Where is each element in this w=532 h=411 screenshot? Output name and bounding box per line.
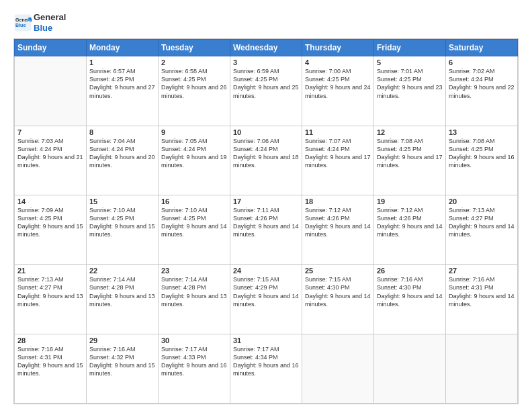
weekday-header-cell: Sunday	[15, 40, 87, 56]
day-info: Sunrise: 7:10 AMSunset: 4:25 PMDaylight:…	[89, 206, 155, 239]
calendar-cell: 18Sunrise: 7:12 AMSunset: 4:26 PMDayligh…	[302, 195, 374, 264]
day-number: 19	[377, 197, 443, 205]
day-info: Sunrise: 7:08 AMSunset: 4:25 PMDaylight:…	[377, 137, 443, 170]
day-number: 31	[233, 336, 299, 345]
day-info: Sunrise: 7:03 AMSunset: 4:24 PMDaylight:…	[17, 137, 83, 170]
day-info: Sunrise: 7:16 AMSunset: 4:30 PMDaylight:…	[377, 275, 443, 308]
day-info: Sunrise: 6:58 AMSunset: 4:25 PMDaylight:…	[161, 67, 227, 100]
day-number: 9	[161, 128, 227, 136]
day-number: 3	[233, 58, 299, 66]
weekday-header-cell: Friday	[374, 40, 446, 56]
calendar: SundayMondayTuesdayWednesdayThursdayFrid…	[13, 38, 519, 404]
day-number: 18	[305, 197, 371, 205]
calendar-row: 28Sunrise: 7:16 AMSunset: 4:31 PMDayligh…	[15, 334, 518, 403]
day-info: Sunrise: 7:17 AMSunset: 4:34 PMDaylight:…	[233, 345, 299, 378]
day-info: Sunrise: 7:17 AMSunset: 4:33 PMDaylight:…	[161, 345, 227, 378]
day-number: 17	[233, 197, 299, 205]
calendar-cell: 29Sunrise: 7:16 AMSunset: 4:32 PMDayligh…	[87, 334, 159, 403]
calendar-cell: 14Sunrise: 7:09 AMSunset: 4:25 PMDayligh…	[15, 195, 87, 264]
day-info: Sunrise: 7:04 AMSunset: 4:24 PMDaylight:…	[89, 137, 155, 170]
day-number: 12	[377, 128, 443, 136]
weekday-header-cell: Wednesday	[230, 40, 302, 56]
calendar-cell: 27Sunrise: 7:16 AMSunset: 4:31 PMDayligh…	[446, 265, 518, 334]
day-info: Sunrise: 7:13 AMSunset: 4:27 PMDaylight:…	[17, 275, 83, 308]
calendar-cell: 21Sunrise: 7:13 AMSunset: 4:27 PMDayligh…	[15, 265, 87, 334]
day-info: Sunrise: 7:12 AMSunset: 4:26 PMDaylight:…	[377, 206, 443, 239]
calendar-row: 14Sunrise: 7:09 AMSunset: 4:25 PMDayligh…	[15, 195, 518, 264]
day-number: 23	[161, 267, 227, 275]
day-number: 7	[17, 128, 83, 136]
calendar-cell: 19Sunrise: 7:12 AMSunset: 4:26 PMDayligh…	[374, 195, 446, 264]
day-info: Sunrise: 7:00 AMSunset: 4:25 PMDaylight:…	[305, 67, 371, 100]
calendar-cell: 8Sunrise: 7:04 AMSunset: 4:24 PMDaylight…	[87, 126, 159, 195]
calendar-cell: 25Sunrise: 7:15 AMSunset: 4:30 PMDayligh…	[302, 265, 374, 334]
logo-icon: General Blue	[13, 13, 32, 32]
calendar-cell: 6Sunrise: 7:02 AMSunset: 4:24 PMDaylight…	[446, 56, 518, 126]
calendar-row: 1Sunrise: 6:57 AMSunset: 4:25 PMDaylight…	[15, 56, 518, 126]
logo: General Blue General Blue	[13, 12, 66, 33]
header: General Blue General Blue	[13, 12, 519, 33]
calendar-cell: 23Sunrise: 7:14 AMSunset: 4:28 PMDayligh…	[159, 265, 230, 334]
day-info: Sunrise: 7:15 AMSunset: 4:30 PMDaylight:…	[305, 275, 371, 308]
day-number: 27	[449, 267, 515, 275]
day-number: 22	[89, 267, 155, 275]
day-number: 1	[89, 58, 155, 66]
calendar-cell: 30Sunrise: 7:17 AMSunset: 4:33 PMDayligh…	[159, 334, 230, 403]
day-info: Sunrise: 7:06 AMSunset: 4:24 PMDaylight:…	[233, 137, 299, 170]
day-number: 26	[377, 267, 443, 275]
calendar-cell: 20Sunrise: 7:13 AMSunset: 4:27 PMDayligh…	[446, 195, 518, 264]
day-info: Sunrise: 7:12 AMSunset: 4:26 PMDaylight:…	[305, 206, 371, 239]
calendar-cell: 1Sunrise: 6:57 AMSunset: 4:25 PMDaylight…	[87, 56, 159, 126]
day-number: 5	[377, 58, 443, 66]
calendar-row: 7Sunrise: 7:03 AMSunset: 4:24 PMDaylight…	[15, 126, 518, 195]
weekday-header-cell: Tuesday	[159, 40, 230, 56]
day-info: Sunrise: 7:10 AMSunset: 4:25 PMDaylight:…	[161, 206, 227, 239]
day-number: 14	[17, 197, 83, 205]
day-info: Sunrise: 7:13 AMSunset: 4:27 PMDaylight:…	[449, 206, 515, 239]
calendar-cell: 31Sunrise: 7:17 AMSunset: 4:34 PMDayligh…	[230, 334, 302, 403]
calendar-cell: 11Sunrise: 7:07 AMSunset: 4:24 PMDayligh…	[302, 126, 374, 195]
day-info: Sunrise: 7:16 AMSunset: 4:31 PMDaylight:…	[17, 345, 83, 378]
calendar-cell: 15Sunrise: 7:10 AMSunset: 4:25 PMDayligh…	[87, 195, 159, 264]
day-info: Sunrise: 7:15 AMSunset: 4:29 PMDaylight:…	[233, 275, 299, 308]
day-number: 21	[17, 267, 83, 275]
day-info: Sunrise: 7:14 AMSunset: 4:28 PMDaylight:…	[89, 275, 155, 308]
day-info: Sunrise: 7:16 AMSunset: 4:31 PMDaylight:…	[449, 275, 515, 308]
calendar-cell: 17Sunrise: 7:11 AMSunset: 4:26 PMDayligh…	[230, 195, 302, 264]
calendar-cell: 10Sunrise: 7:06 AMSunset: 4:24 PMDayligh…	[230, 126, 302, 195]
day-number: 10	[233, 128, 299, 136]
calendar-cell: 28Sunrise: 7:16 AMSunset: 4:31 PMDayligh…	[15, 334, 87, 403]
calendar-row: 21Sunrise: 7:13 AMSunset: 4:27 PMDayligh…	[15, 265, 518, 334]
weekday-header-cell: Saturday	[446, 40, 518, 56]
day-info: Sunrise: 6:59 AMSunset: 4:25 PMDaylight:…	[233, 67, 299, 100]
day-info: Sunrise: 7:08 AMSunset: 4:25 PMDaylight:…	[449, 137, 515, 170]
weekday-header-cell: Monday	[87, 40, 159, 56]
calendar-cell: 13Sunrise: 7:08 AMSunset: 4:25 PMDayligh…	[446, 126, 518, 195]
day-info: Sunrise: 7:14 AMSunset: 4:28 PMDaylight:…	[161, 275, 227, 308]
calendar-cell: 12Sunrise: 7:08 AMSunset: 4:25 PMDayligh…	[374, 126, 446, 195]
calendar-cell: 4Sunrise: 7:00 AMSunset: 4:25 PMDaylight…	[302, 56, 374, 126]
svg-text:Blue: Blue	[15, 23, 26, 28]
calendar-cell: 9Sunrise: 7:05 AMSunset: 4:24 PMDaylight…	[159, 126, 230, 195]
day-info: Sunrise: 7:02 AMSunset: 4:24 PMDaylight:…	[449, 67, 515, 100]
day-number: 2	[161, 58, 227, 66]
day-number: 28	[17, 336, 83, 345]
day-number: 13	[449, 128, 515, 136]
page: General Blue General Blue SundayMondayTu…	[0, 0, 532, 411]
day-number: 30	[161, 336, 227, 345]
day-number: 29	[89, 336, 155, 345]
calendar-cell	[446, 334, 518, 403]
day-info: Sunrise: 7:16 AMSunset: 4:32 PMDaylight:…	[89, 345, 155, 378]
weekday-header-row: SundayMondayTuesdayWednesdayThursdayFrid…	[15, 40, 518, 56]
calendar-cell: 22Sunrise: 7:14 AMSunset: 4:28 PMDayligh…	[87, 265, 159, 334]
calendar-cell	[374, 334, 446, 403]
day-number: 11	[305, 128, 371, 136]
calendar-cell	[302, 334, 374, 403]
day-info: Sunrise: 7:07 AMSunset: 4:24 PMDaylight:…	[305, 137, 371, 170]
day-number: 20	[449, 197, 515, 205]
day-info: Sunrise: 6:57 AMSunset: 4:25 PMDaylight:…	[89, 67, 155, 100]
calendar-cell: 5Sunrise: 7:01 AMSunset: 4:25 PMDaylight…	[374, 56, 446, 126]
day-number: 25	[305, 267, 371, 275]
weekday-header-cell: Thursday	[302, 40, 374, 56]
day-number: 4	[305, 58, 371, 66]
